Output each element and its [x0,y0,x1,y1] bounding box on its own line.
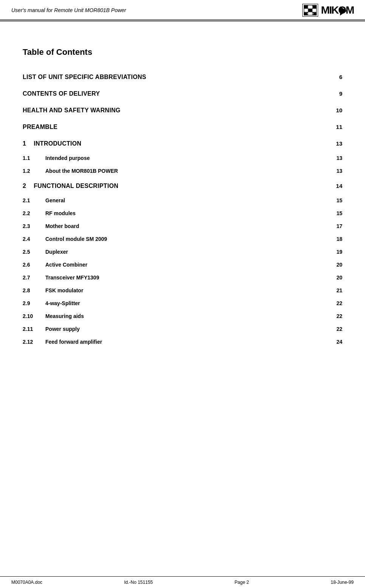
toc-label-2-5: 2.5Duplexer [23,249,68,255]
header-title: User's manual for Remote Unit MOR801B Po… [11,7,126,13]
toc-num-2-10: 2.10 [23,313,45,319]
svg-rect-7 [308,9,312,12]
toc-page-abbrev: 6 [339,74,342,80]
toc-label-2-8: 2.8FSK modulator [23,287,83,293]
toc-page-2-8: 21 [336,287,342,293]
toc-label-2-1: 2.1General [23,197,65,203]
toc-page-delivery: 9 [339,90,342,97]
toc-entry-2-4: 2.4Control module SM 2009 18 [23,233,342,245]
toc-label-abbrev: LIST OF UNIT SPECIFIC ABBREVIATIONS [23,74,146,81]
toc-entry-delivery: CONTENTS OF DELIVERY 9 [23,85,342,102]
toc-page-2-12: 24 [336,339,342,345]
toc-entry-2-6: 2.6Active Combiner 20 [23,258,342,271]
toc-entry-2-9: 2.94-way-Splitter 22 [23,297,342,310]
toc-label-2-11: 2.11Power supply [23,326,80,332]
toc-label-health: HEALTH AND SAFETY WARNING [23,107,121,114]
toc-entry-2-7: 2.7Transceiver MFY1309 20 [23,271,342,284]
header-divider [0,21,365,22]
toc-num-2-6: 2.6 [23,262,45,268]
logos-container: ALLEN TELECOM MIK OM [302,4,354,17]
toc-num-2-9: 2.9 [23,300,45,306]
toc-entry-preamble: PREAMBLE 11 [23,118,342,135]
footer-date: 18-June-99 [331,580,354,585]
page-header: User's manual for Remote Unit MOR801B Po… [0,0,365,20]
toc-label-2-6: 2.6Active Combiner [23,262,87,268]
toc-label-ch2: 2FUNCTIONAL DESCRIPTION [23,183,118,189]
svg-text:ALLEN: ALLEN [308,6,313,8]
toc-num-2-12: 2.12 [23,339,45,345]
toc-entry-2-10: 2.10Measuring aids 22 [23,310,342,323]
toc-page-2-9: 22 [336,300,342,306]
toc-entry-2-3: 2.3Mother board 17 [23,220,342,233]
toc-num-2-7: 2.7 [23,275,45,281]
toc-entry-1-1: 1.1Intended purpose 13 [23,152,342,164]
toc-label-2-10: 2.10Measuring aids [23,313,84,319]
toc-num-2-3: 2.3 [23,223,45,229]
toc-entry-2-1: 2.1General 15 [23,194,342,207]
toc-label-2-12: 2.12Feed forward amplifier [23,339,102,345]
toc-page-2-2: 15 [336,210,342,216]
toc-entry-1-2: 1.2About the MOR801B POWER 13 [23,164,342,177]
toc-num-2-1: 2.1 [23,197,45,203]
toc-entry-2-11: 2.11Power supply 22 [23,323,342,335]
toc-label-preamble: PREAMBLE [23,124,57,130]
toc-page-2-1: 15 [336,197,342,203]
mikom-logo: MIK OM [321,4,354,16]
page-container: User's manual for Remote Unit MOR801B Po… [0,0,365,588]
toc-page-1-1: 13 [336,155,342,161]
toc-label-2-4: 2.4Control module SM 2009 [23,236,107,242]
toc-section: LIST OF UNIT SPECIFIC ABBREVIATIONS 6 CO… [23,68,342,348]
toc-label-delivery: CONTENTS OF DELIVERY [23,90,100,97]
toc-page-health: 10 [336,107,342,113]
toc-page-2-6: 20 [336,262,342,268]
toc-page-2-11: 22 [336,326,342,332]
toc-entry-2-5: 2.5Duplexer 19 [23,245,342,258]
toc-entry-abbrev: LIST OF UNIT SPECIFIC ABBREVIATIONS 6 [23,68,342,85]
toc-label-2-3: 2.3Mother board [23,223,79,229]
toc-page-1-2: 13 [336,168,342,174]
toc-entry-ch2: 2FUNCTIONAL DESCRIPTION 14 [23,177,342,194]
toc-num-2-4: 2.4 [23,236,45,242]
toc-entry-2-8: 2.8FSK modulator 21 [23,284,342,297]
toc-page-2-7: 20 [336,275,342,281]
toc-label-2-2: 2.2RF modules [23,210,76,216]
toc-num-2-8: 2.8 [23,287,45,293]
toc-label-1-1: 1.1Intended purpose [23,155,90,161]
toc-num-1-1: 1.1 [23,155,45,161]
toc-page-2-10: 22 [336,313,342,319]
main-content: Table of Contents LIST OF UNIT SPECIFIC … [0,32,365,363]
toc-entry-health: HEALTH AND SAFETY WARNING 10 [23,102,342,118]
toc-page-ch2: 14 [336,183,342,189]
toc-num-ch1: 1 [23,140,26,147]
toc-page-2-4: 18 [336,236,342,242]
toc-page-2-5: 19 [336,249,342,255]
page-footer: M0070A0A.doc Id.-No 151155 Page 2 18-Jun… [0,576,365,588]
toc-entry-ch1: 1INTRODUCTION 13 [23,135,342,152]
toc-page-ch1: 13 [336,140,342,147]
toc-label-ch1: 1INTRODUCTION [23,140,81,147]
toc-entry-2-12: 2.12Feed forward amplifier 24 [23,335,342,348]
toc-label-2-7: 2.7Transceiver MFY1309 [23,275,99,281]
toc-label-2-9: 2.94-way-Splitter [23,300,80,306]
toc-num-ch2: 2 [23,183,26,189]
toc-heading: Table of Contents [23,47,342,57]
svg-marker-12 [340,6,347,16]
svg-text:TELECOM: TELECOM [307,13,314,15]
toc-num-2-5: 2.5 [23,249,45,255]
toc-entry-2-2: 2.2RF modules 15 [23,207,342,220]
toc-num-1-2: 1.2 [23,168,45,174]
footer-doc-id: M0070A0A.doc [11,580,42,585]
footer-id-no: Id.-No 151155 [124,580,153,585]
svg-rect-6 [312,5,316,8]
toc-num-2-11: 2.11 [23,326,45,332]
toc-page-preamble: 11 [336,124,342,130]
toc-label-1-2: 1.2About the MOR801B POWER [23,168,118,174]
footer-page: Page 2 [235,580,249,585]
allen-telecom-logo: ALLEN TELECOM [302,4,318,17]
toc-num-2-2: 2.2 [23,210,45,216]
toc-page-2-3: 17 [336,223,342,229]
